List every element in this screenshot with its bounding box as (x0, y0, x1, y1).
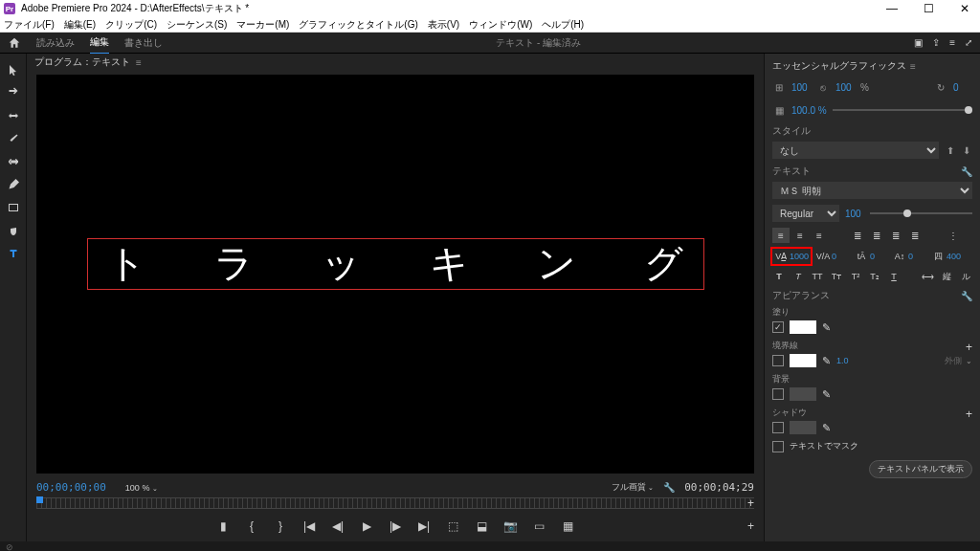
workspace-menu-icon[interactable]: ≡ (949, 37, 955, 48)
selection-tool[interactable] (5, 61, 22, 78)
justify-right-button[interactable]: ≣ (887, 228, 904, 243)
style-select[interactable]: なし (772, 142, 939, 159)
appearance-settings-icon[interactable]: 🔧 (961, 291, 972, 301)
opacity-value[interactable]: 100.0 % (791, 105, 827, 116)
rectangle-tool[interactable] (5, 199, 22, 216)
fill-eyedropper-icon[interactable]: ✎ (822, 321, 831, 334)
menu-help[interactable]: ヘルプ(H) (542, 18, 584, 32)
ripple-edit-tool[interactable] (5, 107, 22, 124)
allcaps-button[interactable]: TT (811, 270, 824, 283)
program-menu-icon[interactable]: ≡ (136, 57, 142, 68)
time-ruler[interactable]: + (36, 497, 754, 509)
fill-color-swatch[interactable] (790, 320, 816, 334)
ruby-button[interactable]: ル (959, 270, 972, 283)
program-canvas[interactable]: ト ラ ッ キ ン グ (36, 75, 754, 474)
share-icon[interactable]: ⇪ (932, 37, 940, 48)
style-download-icon[interactable]: ⬇ (961, 143, 972, 157)
maximize-button[interactable]: ☐ (917, 2, 940, 15)
menu-graphics[interactable]: グラフィックとタイトル(G) (299, 18, 417, 32)
shadow-add-button[interactable]: + (966, 408, 972, 421)
stroke-width-value[interactable]: 1.0 (836, 356, 849, 365)
timecode-current[interactable]: 00;00;00;00 (36, 481, 106, 494)
play-button[interactable]: ▶ (359, 518, 374, 534)
font-style-select[interactable]: Regular (772, 205, 839, 222)
slip-tool[interactable] (5, 153, 22, 170)
anchor-x-value[interactable]: 100 (791, 82, 811, 93)
lift-button[interactable]: ⬚ (445, 518, 460, 534)
menu-sequence[interactable]: シーケンス(S) (167, 18, 227, 32)
italic-button[interactable]: T (791, 270, 805, 283)
font-size-slider[interactable] (870, 212, 972, 214)
tategaki-button[interactable]: ⟷ (921, 270, 934, 283)
justify-all-button[interactable]: ≣ (906, 228, 924, 243)
ruler-add-icon[interactable]: + (747, 496, 754, 510)
extract-button[interactable]: ⬓ (474, 518, 489, 534)
bold-button[interactable]: T (772, 270, 786, 283)
go-to-out-button[interactable]: ▶| (416, 518, 432, 534)
transport-add-icon[interactable]: + (747, 519, 754, 533)
comparison-button[interactable]: ▭ (531, 518, 546, 534)
menu-view[interactable]: 表示(V) (428, 18, 459, 32)
quick-export-icon[interactable]: ▣ (914, 37, 923, 48)
baseline-value[interactable]: 0 (908, 252, 925, 261)
shadow-eyedropper-icon[interactable]: ✎ (822, 422, 831, 434)
zoom-percent[interactable]: 100 % ⌄ (125, 483, 158, 493)
mark-out-button[interactable]: } (273, 518, 288, 534)
tab-import[interactable]: 読み込み (36, 33, 75, 54)
kerning-value[interactable]: 0 (832, 252, 849, 261)
shadow-color-swatch[interactable] (790, 421, 816, 434)
playhead[interactable] (36, 496, 43, 503)
step-forward-button[interactable]: |▶ (388, 518, 403, 534)
program-viewer[interactable]: ト ラ ッ キ ン グ (36, 75, 754, 474)
justify-left-button[interactable]: ≣ (849, 228, 866, 243)
menu-edit[interactable]: 編集(E) (64, 18, 96, 32)
hand-tool[interactable] (5, 222, 22, 239)
eg-panel-menu-icon[interactable]: ≡ (910, 61, 916, 72)
razor-tool[interactable] (5, 130, 22, 147)
fullscreen-icon[interactable]: ⤢ (965, 37, 972, 48)
mark-in-button[interactable]: { (244, 518, 259, 534)
add-marker-button[interactable]: ▮ (215, 518, 231, 534)
tab-export[interactable]: 書き出し (124, 33, 163, 54)
stroke-eyedropper-icon[interactable]: ✎ (822, 355, 831, 367)
leading-value[interactable]: 0 (870, 252, 887, 261)
track-select-tool[interactable] (5, 84, 22, 101)
anchor-y-value[interactable]: 100 (835, 82, 855, 93)
align-right-button[interactable]: ≡ (811, 228, 828, 243)
shadow-checkbox[interactable] (772, 422, 784, 433)
type-tool[interactable] (5, 245, 22, 262)
export-frame-button[interactable]: 📷 (502, 518, 518, 534)
align-center-button[interactable]: ≡ (791, 228, 809, 243)
stroke-type-value[interactable]: 外側⌄ (945, 355, 972, 367)
font-size-value[interactable]: 100 (845, 209, 864, 219)
background-checkbox[interactable] (772, 388, 784, 400)
menu-marker[interactable]: マーカー(M) (236, 18, 289, 32)
superscript-button[interactable]: T² (849, 270, 862, 283)
underline-button[interactable]: T (887, 270, 901, 283)
go-to-in-button[interactable]: |◀ (301, 518, 317, 534)
style-upload-icon[interactable]: ⬆ (945, 143, 956, 157)
close-button[interactable]: ✕ (953, 2, 976, 15)
opacity-slider[interactable] (833, 109, 972, 111)
menu-file[interactable]: ファイル(F) (4, 18, 55, 32)
stroke-checkbox[interactable] (772, 355, 784, 366)
smallcaps-button[interactable]: Tᴛ (830, 270, 843, 283)
resolution-dropdown[interactable]: フル画質 ⌄ (612, 481, 655, 494)
text-selection-box[interactable]: ト ラ ッ キ ン グ (87, 238, 704, 290)
tracking-value[interactable]: 1000 (790, 252, 809, 261)
home-icon[interactable] (8, 36, 21, 50)
stroke-add-button[interactable]: + (966, 341, 972, 354)
safe-margins-button[interactable]: ▦ (560, 518, 575, 534)
font-family-select[interactable]: ＭＳ 明朝 (772, 182, 972, 199)
rotation-value[interactable]: 0 (953, 82, 972, 93)
settings-wrench-icon[interactable]: 🔧 (663, 482, 675, 493)
step-back-button[interactable]: ◀| (330, 518, 345, 534)
subscript-button[interactable]: T₂ (868, 270, 881, 283)
mask-checkbox[interactable] (772, 441, 784, 452)
fill-checkbox[interactable] (772, 321, 784, 333)
tcy-button[interactable]: 縦 (940, 270, 953, 283)
menu-clip[interactable]: クリップ(C) (105, 18, 157, 32)
background-color-swatch[interactable] (790, 387, 816, 401)
minimize-button[interactable]: — (880, 2, 903, 15)
vertical-text-button[interactable]: ⋮ (945, 228, 962, 243)
